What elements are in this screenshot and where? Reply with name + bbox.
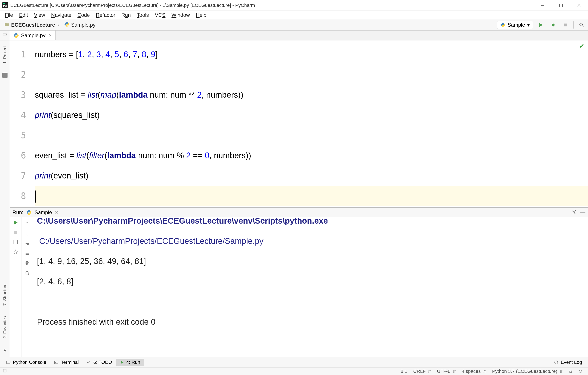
svg-point-13 [580, 23, 582, 26]
favorite-icon[interactable]: ★ [3, 347, 7, 353]
up-icon[interactable]: ↑ [26, 220, 29, 226]
pin-icon[interactable] [13, 249, 18, 256]
menu-refactor[interactable]: Refactor [93, 11, 118, 19]
console-path: C:/Users/User/PycharmProjects/ECEGuestLe… [37, 231, 584, 251]
inspection-ok-icon[interactable]: ✔ [579, 43, 584, 50]
tool-favorites[interactable]: 2: Favorites [2, 316, 7, 338]
close-tab-icon[interactable]: × [49, 33, 52, 38]
svg-point-7 [552, 23, 555, 26]
hide-icon[interactable]: ▭ [3, 32, 7, 37]
separator [573, 21, 574, 29]
close-button[interactable] [570, 0, 588, 11]
line-numbers: 1 2 3 4 5 6 7 8 [10, 40, 32, 207]
run-left-toolbar-1 [10, 217, 21, 357]
code-editor[interactable]: 1 2 3 4 5 6 7 8 numbers = [1, 2, 3, 4, 5… [10, 40, 588, 207]
menu-file[interactable]: File [2, 11, 16, 19]
tool-event-log[interactable]: Event Log [550, 359, 586, 366]
window-title: ECEGuestLecture [C:\Users\User\PycharmPr… [10, 3, 534, 8]
menu-edit[interactable]: Edit [16, 11, 31, 19]
menu-tools[interactable]: Tools [134, 11, 152, 19]
status-line-ending[interactable]: CRLF [410, 369, 434, 374]
tool-run[interactable]: 4: Run [116, 359, 144, 366]
down-icon[interactable]: ↓ [26, 230, 29, 237]
menu-vcs[interactable]: VCS [152, 11, 168, 19]
maximize-button[interactable] [552, 0, 570, 11]
minimize-button[interactable] [534, 0, 552, 11]
console-cmd: C:\Users\User\PycharmProjects\ECEGuestLe… [37, 211, 584, 231]
file-tab-sample[interactable]: Sample.py × [10, 31, 56, 40]
trash-icon[interactable] [25, 270, 30, 277]
python-file-icon [64, 22, 69, 28]
code-line-4[interactable]: print(squares_list) [35, 105, 588, 125]
stop-icon [13, 230, 18, 236]
svg-rect-20 [26, 261, 28, 262]
layout-icon[interactable] [13, 239, 18, 246]
debug-button[interactable] [548, 20, 558, 30]
bottom-tool-bar: Python Console Terminal 6: TODO 4: Run E… [0, 357, 588, 367]
left-tool-strip: 1: Project 7: Structure 2: Favorites ★ [0, 40, 10, 357]
run-button[interactable] [536, 20, 546, 30]
breadcrumb-file[interactable]: Sample.py [62, 21, 98, 29]
run-left-toolbar-2: ↑ ↓ [21, 217, 33, 357]
svg-line-14 [582, 26, 584, 27]
todo-icon [86, 360, 91, 365]
tool-project[interactable]: 1: Project [2, 46, 7, 64]
tool-project-icon[interactable] [2, 73, 8, 78]
menu-window[interactable]: Window [168, 11, 193, 19]
tool-structure[interactable]: 7: Structure [2, 283, 7, 306]
title-bar: PC ECEGuestLecture [C:\Users\User\Pychar… [0, 0, 588, 11]
code-line-1[interactable]: numbers = [1, 2, 3, 4, 5, 6, 7, 8, 9] [35, 44, 588, 64]
tool-todo[interactable]: 6: TODO [83, 359, 116, 366]
status-icon[interactable] [3, 369, 7, 374]
menu-navigate[interactable]: Navigate [48, 11, 74, 19]
tool-window-left-top: ▭ [0, 31, 10, 40]
soft-wrap-icon[interactable] [25, 241, 30, 247]
event-log-icon [554, 360, 558, 365]
print-icon[interactable] [25, 261, 30, 267]
menu-bar: File Edit View Navigate Code Refactor Ru… [0, 11, 588, 19]
svg-rect-16 [14, 231, 17, 234]
code-line-2[interactable] [35, 64, 588, 85]
breadcrumb-project[interactable]: ECEGuestLecture [2, 21, 62, 29]
console-output[interactable]: C:\Users\User\PycharmProjects\ECEGuestLe… [33, 217, 588, 357]
menu-view[interactable]: View [31, 11, 48, 19]
run-config-selector[interactable]: Sample ▾ [497, 21, 533, 29]
status-bar: 8:1 CRLF UTF-8 4 spaces Python 3.7 (ECEG… [0, 367, 588, 375]
chevron-down-icon: ▾ [527, 22, 530, 28]
console-out-1: [1, 4, 9, 16, 25, 36, 49, 64, 81] [37, 251, 584, 271]
rerun-icon[interactable] [13, 220, 19, 226]
status-ide-icon[interactable] [576, 369, 585, 373]
menu-help[interactable]: Help [193, 11, 209, 19]
python-icon [26, 210, 32, 215]
scroll-icon[interactable] [25, 251, 30, 257]
code-line-7[interactable]: print(even_list) [35, 166, 588, 186]
tool-terminal[interactable]: Terminal [50, 359, 83, 366]
status-interpreter[interactable]: Python 3.7 (ECEGuestLecture) [489, 369, 566, 374]
status-indent[interactable]: 4 spaces [459, 369, 489, 374]
play-icon [120, 360, 124, 364]
navigation-bar: ECEGuestLecture Sample.py Sample ▾ [0, 19, 588, 31]
status-encoding[interactable]: UTF-8 [434, 369, 459, 374]
code-line-3[interactable]: squares_list = list(map(lambda num: num … [35, 85, 588, 105]
console-blank [37, 291, 584, 312]
run-tool-window: Run: Sample × — ↑ ↓ [10, 207, 588, 357]
menu-run[interactable]: Run [118, 11, 134, 19]
code-line-8[interactable] [35, 186, 588, 206]
svg-rect-22 [7, 361, 10, 364]
svg-text:PC: PC [3, 4, 7, 8]
svg-rect-25 [3, 369, 6, 372]
status-readonly-icon[interactable] [566, 369, 576, 373]
console-exit: Process finished with exit code 0 [37, 312, 584, 332]
console-out-2: [2, 4, 6, 8] [37, 271, 584, 291]
code-line-6[interactable]: even_list = list(filter(lambda num: num … [35, 145, 588, 166]
stop-button [561, 20, 570, 30]
svg-rect-12 [564, 23, 567, 26]
tool-python-console[interactable]: Python Console [2, 359, 50, 366]
code-line-5[interactable] [35, 125, 588, 145]
folder-icon [4, 22, 10, 28]
status-cursor[interactable]: 8:1 [398, 369, 410, 374]
search-button[interactable] [577, 20, 586, 30]
code-area[interactable]: numbers = [1, 2, 3, 4, 5, 6, 7, 8, 9] sq… [32, 40, 588, 207]
menu-code[interactable]: Code [74, 11, 93, 19]
caret [35, 191, 36, 203]
